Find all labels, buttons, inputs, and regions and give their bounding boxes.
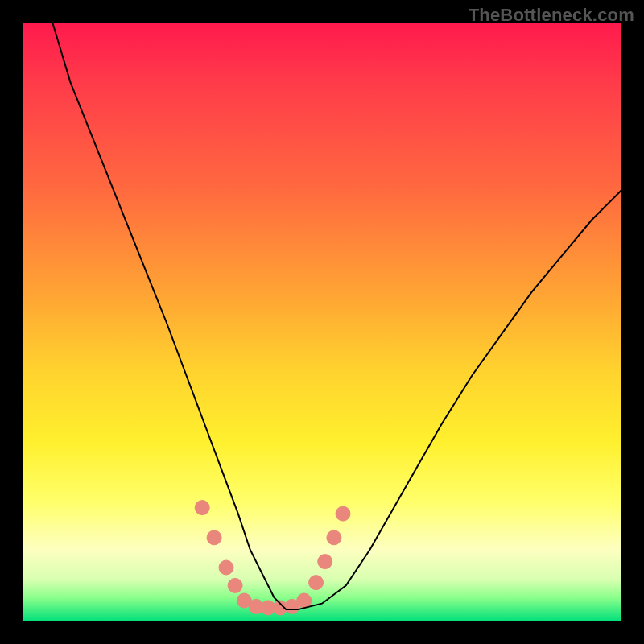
marker-dot	[207, 530, 221, 545]
marker-dot	[327, 530, 341, 545]
marker-dot	[297, 593, 312, 608]
watermark-text: TheBottleneck.com	[469, 5, 634, 26]
marker-group	[195, 501, 350, 615]
marker-dot	[228, 578, 242, 592]
bottleneck-curve	[52, 23, 621, 609]
marker-dot	[195, 501, 209, 515]
marker-dot	[219, 560, 233, 575]
chart-svg	[23, 23, 621, 621]
marker-dot	[309, 576, 324, 590]
chart-frame: TheBottleneck.com	[0, 0, 644, 644]
marker-dot	[318, 555, 332, 569]
plot-area	[23, 23, 621, 621]
marker-dot	[336, 506, 350, 521]
